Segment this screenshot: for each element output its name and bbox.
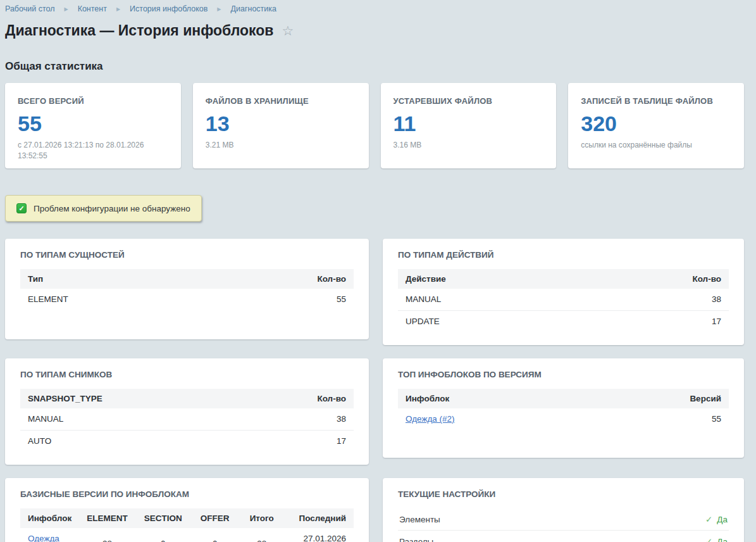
column-header-versions: Версий [590, 389, 729, 408]
panel-current-settings: ТЕКУЩИЕ НАСТРОЙКИ Элементы ✓Да Разделы ✓… [383, 478, 744, 542]
stat-value: 320 [581, 113, 731, 134]
snapshot-types-table: SNAPSHOT_TYPE Кол-во MANUAL 38 AUTO 17 [20, 389, 354, 452]
panel-action-types: ПО ТИПАМ ДЕЙСТВИЙ Действие Кол-во MANUAL… [383, 239, 744, 345]
panel-title: ТЕКУЩИЕ НАСТРОЙКИ [398, 489, 729, 500]
check-icon: ✓ [705, 515, 712, 524]
setting-value: ✓Да [705, 514, 728, 524]
cell-last-date: 27.01.2026 13:21:15 [285, 528, 354, 542]
config-ok-notice: ✓ Проблем конфигурации не обнаружено [5, 195, 202, 222]
panel-title: ТОП ИНФОБЛОКОВ ПО ВЕРСИЯМ [398, 370, 729, 380]
column-header-element: ELEMENT [79, 508, 135, 528]
table-row: ELEMENT 55 [20, 289, 354, 310]
table-header-row: Действие Кол-во [398, 269, 729, 289]
stat-note: 3.16 MB [393, 140, 544, 151]
breadcrumb-item-content[interactable]: Контент [78, 4, 107, 14]
stat-value: 13 [206, 113, 356, 134]
cell-snapshot-type: AUTO [20, 431, 244, 453]
table-header-row: Инфоблок Версий [398, 389, 729, 408]
table-row: AUTO 17 [20, 431, 354, 453]
settings-row-elements: Элементы ✓Да [398, 508, 729, 531]
panel-snapshot-types: ПО ТИПАМ СНИМКОВ SNAPSHOT_TYPE Кол-во MA… [5, 358, 369, 465]
top-iblocks-table: Инфоблок Версий Одежда (#2) 55 [398, 389, 729, 430]
panel-title: ПО ТИПАМ СНИМКОВ [20, 370, 354, 380]
table-row: Одежда (#2) 38 0 0 38 27.01.2026 13:21:1… [20, 528, 354, 542]
setting-label: Элементы [399, 515, 440, 524]
breadcrumb-arrow-icon: ▶ [64, 4, 68, 14]
breadcrumb-arrow-icon: ▶ [217, 4, 221, 14]
stat-label: УСТАРЕВШИХ ФАЙЛОВ [393, 96, 544, 106]
cell-offer: 0 [191, 528, 239, 542]
stat-card-outdated-files: УСТАРЕВШИХ ФАЙЛОВ 11 3.16 MB [381, 83, 557, 168]
table-row: MANUAL 38 [398, 289, 729, 311]
table-row: MANUAL 38 [20, 408, 354, 431]
stat-label: ВСЕГО ВЕРСИЙ [18, 96, 168, 106]
column-header-total: Итого [239, 508, 285, 528]
favorite-star-icon[interactable]: ☆ [282, 24, 294, 37]
settings-row-sections: Разделы ✓Да [398, 531, 729, 542]
setting-label: Разделы [399, 537, 433, 542]
base-versions-table: Инфоблок ELEMENT SECTION OFFER Итого Пос… [20, 508, 354, 542]
breadcrumb: Рабочий стол ▶ Контент ▶ История инфобло… [5, 4, 744, 14]
column-header-type: Тип [20, 269, 206, 289]
column-header-snapshot-type: SNAPSHOT_TYPE [20, 389, 244, 408]
column-header-iblock: Инфоблок [20, 508, 79, 528]
panel-title: БАЗИСНЫЕ ВЕРСИИ ПО ИНФОБЛОКАМ [20, 489, 354, 500]
cell-count: 38 [583, 289, 729, 311]
panels-grid: ПО ТИПАМ СУЩНОСТЕЙ Тип Кол-во ELEMENT 55 [5, 239, 744, 542]
setting-value: ✓Да [705, 536, 728, 542]
title-row: Диагностика — История инфоблоков ☆ [5, 22, 744, 39]
table-row: Одежда (#2) 55 [398, 408, 729, 430]
cell-action: MANUAL [398, 289, 583, 311]
green-checkbox-icon: ✓ [16, 203, 27, 213]
cell-count: 55 [206, 289, 354, 310]
column-header-last: Последний [285, 508, 354, 528]
table-header-row: Инфоблок ELEMENT SECTION OFFER Итого Пос… [20, 508, 354, 528]
cell-count: 38 [244, 408, 354, 431]
cell-total: 38 [239, 528, 285, 542]
column-header-count: Кол-во [583, 269, 729, 289]
cell-count: 17 [244, 431, 354, 453]
stats-grid: ВСЕГО ВЕРСИЙ 55 с 27.01.2026 13:21:13 по… [5, 83, 744, 168]
panel-title: ПО ТИПАМ ДЕЙСТВИЙ [398, 250, 729, 260]
cell-count: 17 [583, 311, 729, 333]
breadcrumb-item-desktop[interactable]: Рабочий стол [5, 4, 54, 14]
column-header-count: Кол-во [244, 389, 354, 408]
stat-value: 11 [393, 113, 544, 134]
column-header-offer: OFFER [191, 508, 239, 528]
breadcrumb-item-diagnostics[interactable]: Диагностика [231, 4, 276, 14]
panel-top-iblocks: ТОП ИНФОБЛОКОВ ПО ВЕРСИЯМ Инфоблок Верси… [383, 358, 744, 458]
iblock-link[interactable]: Одежда (#2) [406, 414, 455, 424]
stat-card-files-in-storage: ФАЙЛОВ В ХРАНИЛИЩЕ 13 3.21 MB [193, 83, 369, 168]
stat-note: ссылки на сохранённые файлы [581, 140, 731, 151]
notice-text: Проблем конфигурации не обнаружено [34, 204, 190, 213]
page-title: Диагностика — История инфоблоков [5, 22, 273, 39]
column-header-count: Кол-во [206, 269, 354, 289]
breadcrumb-arrow-icon: ▶ [116, 4, 120, 14]
stat-label: ФАЙЛОВ В ХРАНИЛИЩЕ [206, 96, 356, 106]
section-heading-general-stats: Общая статистика [5, 60, 744, 73]
diagnostics-page: Рабочий стол ▶ Контент ▶ История инфобло… [0, 0, 756, 542]
stat-card-file-table-records: ЗАПИСЕЙ В ТАБЛИЦЕ ФАЙЛОВ 320 ссылки на с… [568, 83, 744, 168]
action-types-table: Действие Кол-во MANUAL 38 UPDATE 17 [398, 269, 729, 332]
cell-section: 0 [135, 528, 191, 542]
stat-note: с 27.01.2026 13:21:13 по 28.01.2026 13:5… [18, 140, 168, 162]
table-row: UPDATE 17 [398, 311, 729, 333]
iblock-link[interactable]: Одежда (#2) [28, 534, 59, 542]
check-icon: ✓ [705, 537, 712, 542]
column-header-iblock: Инфоблок [398, 389, 590, 408]
column-header-action: Действие [398, 269, 583, 289]
cell-action: UPDATE [398, 311, 583, 333]
breadcrumb-item-iblock-history[interactable]: История инфоблоков [130, 4, 208, 14]
table-header-row: SNAPSHOT_TYPE Кол-во [20, 389, 354, 408]
stat-label: ЗАПИСЕЙ В ТАБЛИЦЕ ФАЙЛОВ [581, 96, 731, 106]
panel-title: ПО ТИПАМ СУЩНОСТЕЙ [20, 250, 354, 260]
cell-snapshot-type: MANUAL [20, 408, 244, 431]
cell-versions: 55 [590, 408, 729, 430]
panel-base-versions: БАЗИСНЫЕ ВЕРСИИ ПО ИНФОБЛОКАМ Инфоблок E… [5, 478, 369, 542]
cell-element: 38 [79, 528, 135, 542]
cell-type: ELEMENT [20, 289, 206, 310]
stat-note: 3.21 MB [206, 140, 356, 151]
column-header-section: SECTION [135, 508, 191, 528]
entity-types-table: Тип Кол-во ELEMENT 55 [20, 269, 354, 310]
stat-card-total-versions: ВСЕГО ВЕРСИЙ 55 с 27.01.2026 13:21:13 по… [5, 83, 181, 168]
